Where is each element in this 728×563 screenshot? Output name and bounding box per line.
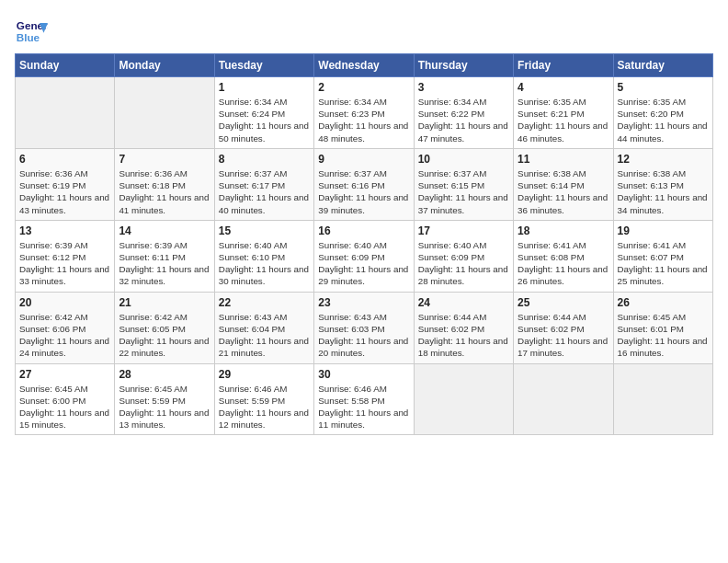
day-cell: 9Sunrise: 6:37 AMSunset: 6:16 PMDaylight… — [314, 148, 414, 220]
day-info: Sunrise: 6:39 AMSunset: 6:11 PMDaylight:… — [119, 239, 210, 288]
day-number: 12 — [618, 153, 709, 166]
day-info: Sunrise: 6:35 AMSunset: 6:21 PMDaylight:… — [518, 96, 609, 144]
day-number: 7 — [119, 153, 210, 166]
header-cell-monday: Monday — [115, 54, 214, 77]
day-info: Sunrise: 6:37 AMSunset: 6:15 PMDaylight:… — [418, 167, 509, 216]
day-info: Sunrise: 6:43 AMSunset: 6:04 PMDaylight:… — [219, 311, 310, 360]
day-number: 27 — [19, 368, 110, 381]
day-number: 14 — [119, 224, 210, 237]
day-number: 4 — [518, 81, 609, 94]
day-cell: 13Sunrise: 6:39 AMSunset: 6:12 PMDayligh… — [16, 220, 115, 292]
day-number: 18 — [518, 224, 609, 237]
day-number: 9 — [318, 153, 409, 166]
day-info: Sunrise: 6:36 AMSunset: 6:18 PMDaylight:… — [119, 167, 210, 216]
day-info: Sunrise: 6:42 AMSunset: 6:06 PMDaylight:… — [19, 311, 110, 360]
week-row-1: 1Sunrise: 6:34 AMSunset: 6:24 PMDaylight… — [16, 77, 713, 149]
day-info: Sunrise: 6:38 AMSunset: 6:13 PMDaylight:… — [618, 167, 709, 216]
day-info: Sunrise: 6:44 AMSunset: 6:02 PMDaylight:… — [518, 311, 609, 360]
day-cell: 4Sunrise: 6:35 AMSunset: 6:21 PMDaylight… — [514, 77, 613, 149]
day-number: 11 — [518, 153, 609, 166]
day-cell — [414, 363, 513, 435]
day-number: 24 — [418, 296, 509, 309]
day-number: 17 — [418, 224, 509, 237]
day-cell: 5Sunrise: 6:35 AMSunset: 6:20 PMDaylight… — [613, 77, 712, 149]
day-info: Sunrise: 6:35 AMSunset: 6:20 PMDaylight:… — [618, 96, 709, 144]
day-info: Sunrise: 6:45 AMSunset: 6:00 PMDaylight:… — [19, 383, 110, 431]
day-cell — [514, 363, 613, 435]
day-cell: 20Sunrise: 6:42 AMSunset: 6:06 PMDayligh… — [16, 292, 115, 363]
day-cell: 17Sunrise: 6:40 AMSunset: 6:09 PMDayligh… — [414, 220, 513, 292]
day-number: 16 — [318, 224, 409, 237]
day-info: Sunrise: 6:34 AMSunset: 6:22 PMDaylight:… — [418, 96, 509, 144]
day-info: Sunrise: 6:42 AMSunset: 6:05 PMDaylight:… — [119, 311, 210, 360]
day-info: Sunrise: 6:38 AMSunset: 6:14 PMDaylight:… — [518, 167, 609, 216]
day-info: Sunrise: 6:46 AMSunset: 5:59 PMDaylight:… — [219, 383, 310, 431]
day-cell — [115, 77, 214, 149]
day-number: 15 — [219, 224, 310, 237]
header-cell-wednesday: Wednesday — [314, 54, 414, 77]
day-cell: 21Sunrise: 6:42 AMSunset: 6:05 PMDayligh… — [115, 292, 214, 363]
day-info: Sunrise: 6:34 AMSunset: 6:24 PMDaylight:… — [219, 96, 310, 144]
day-number: 28 — [119, 368, 210, 381]
day-cell: 6Sunrise: 6:36 AMSunset: 6:19 PMDaylight… — [16, 148, 115, 220]
day-number: 13 — [19, 224, 110, 237]
day-cell — [16, 77, 115, 149]
day-cell: 1Sunrise: 6:34 AMSunset: 6:24 PMDaylight… — [214, 77, 313, 149]
day-cell: 12Sunrise: 6:38 AMSunset: 6:13 PMDayligh… — [613, 148, 712, 220]
day-info: Sunrise: 6:36 AMSunset: 6:19 PMDaylight:… — [19, 167, 110, 216]
header-cell-thursday: Thursday — [414, 54, 513, 77]
header-row: SundayMondayTuesdayWednesdayThursdayFrid… — [16, 54, 713, 77]
day-number: 20 — [19, 296, 110, 309]
day-cell: 28Sunrise: 6:45 AMSunset: 5:59 PMDayligh… — [115, 363, 214, 435]
day-cell: 7Sunrise: 6:36 AMSunset: 6:18 PMDaylight… — [115, 148, 214, 220]
calendar-table: SundayMondayTuesdayWednesdayThursdayFrid… — [15, 53, 713, 435]
day-cell: 18Sunrise: 6:41 AMSunset: 6:08 PMDayligh… — [514, 220, 613, 292]
day-cell: 24Sunrise: 6:44 AMSunset: 6:02 PMDayligh… — [414, 292, 513, 363]
day-info: Sunrise: 6:41 AMSunset: 6:08 PMDaylight:… — [518, 239, 609, 288]
week-row-3: 13Sunrise: 6:39 AMSunset: 6:12 PMDayligh… — [16, 220, 713, 292]
svg-text:Blue: Blue — [17, 31, 40, 43]
day-number: 2 — [318, 81, 409, 94]
logo-icon: General Blue — [15, 15, 48, 48]
week-row-5: 27Sunrise: 6:45 AMSunset: 6:00 PMDayligh… — [16, 363, 713, 435]
header-cell-tuesday: Tuesday — [214, 54, 313, 77]
day-cell: 3Sunrise: 6:34 AMSunset: 6:22 PMDaylight… — [414, 77, 513, 149]
header: General Blue — [15, 15, 713, 48]
day-cell: 23Sunrise: 6:43 AMSunset: 6:03 PMDayligh… — [314, 292, 414, 363]
header-cell-sunday: Sunday — [16, 54, 115, 77]
day-info: Sunrise: 6:45 AMSunset: 5:59 PMDaylight:… — [119, 383, 210, 431]
day-number: 22 — [219, 296, 310, 309]
day-number: 30 — [318, 368, 409, 381]
day-cell: 19Sunrise: 6:41 AMSunset: 6:07 PMDayligh… — [613, 220, 712, 292]
day-number: 10 — [418, 153, 509, 166]
day-number: 25 — [518, 296, 609, 309]
day-info: Sunrise: 6:46 AMSunset: 5:58 PMDaylight:… — [318, 383, 409, 431]
day-cell: 15Sunrise: 6:40 AMSunset: 6:10 PMDayligh… — [214, 220, 313, 292]
day-cell: 10Sunrise: 6:37 AMSunset: 6:15 PMDayligh… — [414, 148, 513, 220]
day-cell: 30Sunrise: 6:46 AMSunset: 5:58 PMDayligh… — [314, 363, 414, 435]
day-number: 6 — [19, 153, 110, 166]
day-number: 8 — [219, 153, 310, 166]
day-info: Sunrise: 6:37 AMSunset: 6:17 PMDaylight:… — [219, 167, 310, 216]
day-number: 5 — [618, 81, 709, 94]
day-cell: 22Sunrise: 6:43 AMSunset: 6:04 PMDayligh… — [214, 292, 313, 363]
day-info: Sunrise: 6:45 AMSunset: 6:01 PMDaylight:… — [618, 311, 709, 360]
header-cell-friday: Friday — [514, 54, 613, 77]
week-row-2: 6Sunrise: 6:36 AMSunset: 6:19 PMDaylight… — [16, 148, 713, 220]
day-number: 26 — [618, 296, 709, 309]
logo: General Blue — [15, 15, 48, 48]
day-cell: 29Sunrise: 6:46 AMSunset: 5:59 PMDayligh… — [214, 363, 313, 435]
day-cell — [613, 363, 712, 435]
day-info: Sunrise: 6:34 AMSunset: 6:23 PMDaylight:… — [318, 96, 409, 144]
day-info: Sunrise: 6:37 AMSunset: 6:16 PMDaylight:… — [318, 167, 409, 216]
day-number: 19 — [618, 224, 709, 237]
day-cell: 25Sunrise: 6:44 AMSunset: 6:02 PMDayligh… — [514, 292, 613, 363]
day-info: Sunrise: 6:44 AMSunset: 6:02 PMDaylight:… — [418, 311, 509, 360]
day-info: Sunrise: 6:43 AMSunset: 6:03 PMDaylight:… — [318, 311, 409, 360]
day-info: Sunrise: 6:40 AMSunset: 6:09 PMDaylight:… — [418, 239, 509, 288]
day-cell: 14Sunrise: 6:39 AMSunset: 6:11 PMDayligh… — [115, 220, 214, 292]
day-number: 29 — [219, 368, 310, 381]
day-cell: 27Sunrise: 6:45 AMSunset: 6:00 PMDayligh… — [16, 363, 115, 435]
day-info: Sunrise: 6:41 AMSunset: 6:07 PMDaylight:… — [618, 239, 709, 288]
day-info: Sunrise: 6:39 AMSunset: 6:12 PMDaylight:… — [19, 239, 110, 288]
